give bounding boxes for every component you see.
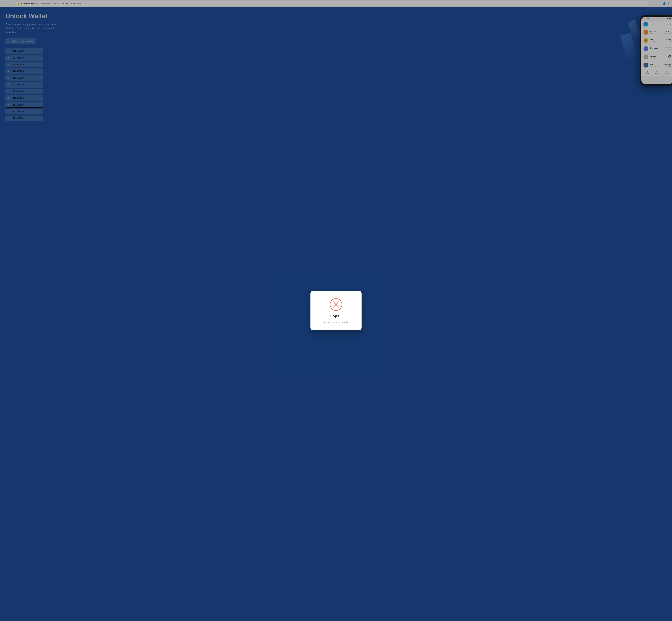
error-icon	[329, 298, 343, 311]
modal-title: Oops...	[330, 314, 343, 318]
modal-subtitle: incorrect recovery words	[324, 321, 348, 323]
error-modal: Oops... incorrect recovery words	[310, 291, 362, 330]
modal-overlay[interactable]: Oops... incorrect recovery words	[0, 0, 672, 621]
